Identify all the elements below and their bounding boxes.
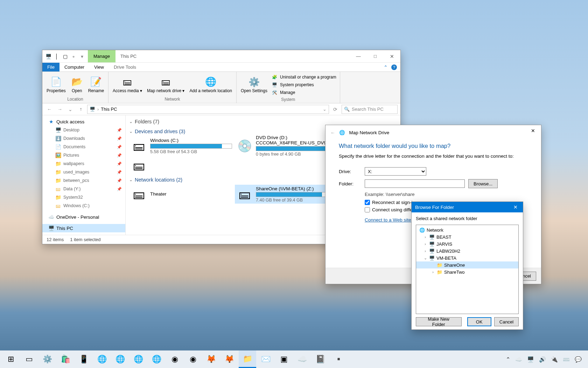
nav-item-documents[interactable]: 📄Documents📌: [42, 143, 125, 151]
terminal-icon[interactable]: ▣: [275, 350, 293, 368]
add-network-location-button[interactable]: 🌐Add a network location: [187, 73, 234, 96]
manage-button[interactable]: 🛠️Manage: [270, 89, 338, 96]
address-box[interactable]: 🖥️ › This PC ⌄: [87, 105, 329, 114]
browse-cancel-button[interactable]: Cancel: [494, 317, 519, 326]
minimize-button[interactable]: ―: [350, 50, 367, 63]
properties-button[interactable]: 📄Properties: [44, 73, 68, 96]
map-network-drive-button[interactable]: 🖴Map network drive ▾: [145, 73, 187, 96]
tray-notifications-icon[interactable]: 💬: [575, 356, 582, 363]
nav-item-pictures[interactable]: 🖼️Pictures📌: [42, 151, 125, 159]
chrome-icon[interactable]: ◉: [166, 350, 183, 368]
make-new-folder-button[interactable]: Make New Folder: [416, 317, 462, 326]
netloc-item[interactable]: 🖴Theater: [129, 185, 234, 204]
onedrive-taskbar-icon[interactable]: ☁️: [293, 350, 311, 368]
access-media-button[interactable]: 🖴Access media ▾: [111, 73, 144, 96]
rename-button[interactable]: 📝Rename: [86, 73, 106, 96]
taskview-button[interactable]: ▭: [20, 350, 38, 368]
ribbon-tab-computer[interactable]: Computer: [59, 63, 89, 71]
tray-power-icon[interactable]: 🔌: [551, 356, 558, 363]
qat-dropdown-icon[interactable]: ▾: [79, 53, 85, 60]
nav-quick-access[interactable]: ★Quick access: [42, 117, 125, 126]
tree-host-beast[interactable]: ›🖥️BEAST: [416, 233, 518, 240]
explorer-taskbar-icon[interactable]: 📁: [239, 350, 256, 368]
tray-network-icon[interactable]: 🖥️: [527, 356, 534, 363]
settings-icon[interactable]: ⚙️: [38, 350, 56, 368]
nav-item-desktop[interactable]: 🖥️Desktop📌: [42, 126, 125, 134]
tray-input-icon[interactable]: ⌨️: [563, 356, 570, 363]
open-button[interactable]: 📂Open: [69, 73, 85, 96]
drive-select[interactable]: X:: [365, 167, 426, 176]
nav-forward-button[interactable]: →: [56, 105, 64, 114]
tree-share-shareone[interactable]: 📁ShareOne: [416, 261, 518, 268]
edge-beta-icon[interactable]: 🌐: [111, 350, 129, 368]
ribbon-collapse[interactable]: ⌃?: [384, 63, 400, 71]
wizard-close-button[interactable]: ✕: [525, 125, 541, 136]
wizard-back-button[interactable]: ←: [330, 130, 335, 135]
help-icon[interactable]: ?: [391, 64, 397, 70]
expand-icon[interactable]: ›: [423, 249, 427, 253]
nav-item-wallpapers[interactable]: 📁wallpapers📌: [42, 159, 125, 168]
maximize-button[interactable]: □: [367, 50, 384, 63]
different-credentials-checkbox[interactable]: [365, 207, 370, 212]
cmd-icon[interactable]: ▪️: [330, 350, 347, 368]
store-icon[interactable]: 🛍️: [57, 350, 74, 368]
tray-onedrive-icon[interactable]: ☁️: [515, 356, 522, 363]
drive-item[interactable]: 🖴: [129, 156, 234, 175]
netloc-item[interactable]: 🖴ShareOne (\\VM-BETA) (Z:)7.40 GB free o…: [235, 185, 340, 204]
tray-volume-icon[interactable]: 🔊: [539, 356, 546, 363]
firefox-icon[interactable]: 🦊: [202, 350, 220, 368]
collapse-icon[interactable]: ⌄: [423, 256, 427, 260]
expand-icon[interactable]: ›: [431, 270, 435, 274]
nav-back-button[interactable]: ←: [45, 105, 54, 114]
edge-canary-icon[interactable]: 🌐: [148, 350, 165, 368]
firefox-dev-icon[interactable]: 🦊: [220, 350, 238, 368]
expand-icon[interactable]: ›: [423, 235, 427, 239]
ribbon-ctx-manage[interactable]: Manage: [88, 50, 115, 62]
ribbon-tab-drivetools[interactable]: Drive Tools: [109, 63, 141, 71]
nav-item-between_pcs[interactable]: 📁between_pcs📌: [42, 176, 125, 185]
system-properties-button[interactable]: 🖥️System properties: [270, 81, 338, 89]
tree-network-root[interactable]: 🌐Network: [416, 226, 518, 233]
notepad-icon[interactable]: 📓: [312, 350, 329, 368]
open-settings-button[interactable]: ⚙️Open Settings: [239, 73, 270, 96]
address-dropdown-icon[interactable]: ⌄: [323, 107, 327, 112]
drive-item[interactable]: 💿DVD Drive (D:) CCCOMA_X64FRE_EN-US_DV90…: [235, 136, 340, 155]
close-button[interactable]: ✕: [384, 50, 400, 63]
browse-close-button[interactable]: ✕: [508, 202, 523, 212]
drive-item[interactable]: 🖴Windows (C:)5.58 GB free of 54.3 GB: [129, 136, 234, 155]
reconnect-checkbox[interactable]: [365, 200, 370, 205]
refresh-button[interactable]: ⟳: [331, 105, 340, 114]
expand-icon[interactable]: ›: [423, 242, 427, 246]
browse-button[interactable]: Browse...: [468, 179, 498, 188]
phone-icon[interactable]: 📱: [75, 350, 92, 368]
edge-dev-icon[interactable]: 🌐: [130, 350, 147, 368]
chrome-canary-icon[interactable]: ◉: [184, 350, 202, 368]
nav-item-data (y:)[interactable]: 🖴Data (Y:)📌: [42, 185, 125, 193]
nav-up-button[interactable]: ↑: [77, 105, 85, 114]
tree-host-vm-beta[interactable]: ⌄🖥️VM-BETA: [416, 254, 518, 261]
nav-item-used_images[interactable]: 📁used_images📌: [42, 168, 125, 176]
breadcrumb-chevron[interactable]: ›: [97, 107, 99, 112]
nav-thispc[interactable]: 🖥️This PC: [42, 224, 125, 232]
nav-item-system32[interactable]: 📁System32: [42, 193, 125, 202]
qat-props-icon[interactable]: ▢: [62, 53, 68, 60]
ribbon-tab-view[interactable]: View: [89, 63, 109, 71]
folder-input[interactable]: [365, 179, 465, 188]
nav-item-windows (c:)[interactable]: 🖴Windows (C:): [42, 202, 125, 210]
ribbon-tab-file[interactable]: File: [42, 63, 59, 71]
nav-recent-button[interactable]: ⌄: [66, 105, 75, 114]
breadcrumb-thispc[interactable]: This PC: [101, 107, 117, 112]
start-button[interactable]: ⊞: [2, 350, 20, 368]
tray-chevron-up-icon[interactable]: ⌃: [506, 356, 510, 363]
nav-onedrive[interactable]: ☁️OneDrive - Personal: [42, 213, 125, 221]
search-box[interactable]: 🔍 Search This PC: [342, 105, 398, 114]
mail-icon[interactable]: ✉️: [257, 350, 274, 368]
ok-button[interactable]: OK: [467, 317, 491, 326]
nav-item-downloads[interactable]: ⬇️Downloads📌: [42, 134, 125, 143]
tree-host-jarvis[interactable]: ›🖥️JARVIS: [416, 240, 518, 247]
uninstall-program-button[interactable]: 🧩Uninstall or change a program: [270, 73, 338, 81]
qat-new-icon[interactable]: ▫: [70, 53, 77, 60]
edge-icon[interactable]: 🌐: [93, 350, 111, 368]
tree-share-sharetwo[interactable]: ›📁ShareTwo: [416, 268, 518, 275]
tree-host-labw20h2[interactable]: ›🖥️LABW20H2: [416, 247, 518, 254]
